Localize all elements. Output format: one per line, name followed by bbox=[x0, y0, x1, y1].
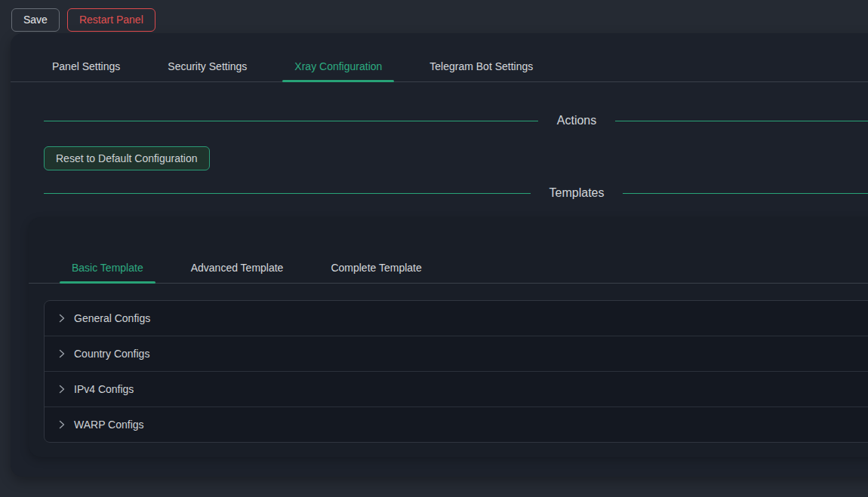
accordion-row-warp-configs[interactable]: WARP Configs bbox=[45, 407, 868, 442]
templates-tabbar: Basic Template Advanced Template Complet… bbox=[29, 217, 868, 284]
tab-security-settings[interactable]: Security Settings bbox=[155, 51, 259, 81]
chevron-right-icon bbox=[57, 420, 66, 429]
save-button[interactable]: Save bbox=[11, 8, 60, 32]
tab-xray-configuration[interactable]: Xray Configuration bbox=[282, 51, 394, 81]
chevron-right-icon bbox=[57, 314, 66, 323]
restart-panel-button[interactable]: Restart Panel bbox=[67, 8, 155, 32]
accordion-row-label: IPv4 Configs bbox=[74, 383, 134, 395]
accordion-row-label: WARP Configs bbox=[74, 419, 144, 431]
templates-divider-title: Templates bbox=[549, 185, 605, 201]
chevron-right-icon bbox=[57, 385, 66, 394]
tab-basic-template[interactable]: Basic Template bbox=[60, 253, 155, 283]
tab-telegram-bot-settings[interactable]: Telegram Bot Settings bbox=[417, 51, 545, 81]
templates-card: Basic Template Advanced Template Complet… bbox=[29, 217, 868, 457]
reset-to-default-configuration-button[interactable]: Reset to Default Configuration bbox=[44, 146, 210, 170]
accordion-row-label: Country Configs bbox=[74, 348, 149, 360]
tab-panel-settings[interactable]: Panel Settings bbox=[40, 51, 132, 81]
templates-divider: Templates bbox=[44, 185, 868, 201]
accordion-row-general-configs[interactable]: General Configs bbox=[45, 301, 868, 336]
chevron-right-icon bbox=[57, 349, 66, 358]
topbar: Save Restart Panel bbox=[0, 0, 868, 33]
settings-tabbar: Panel Settings Security Settings Xray Co… bbox=[11, 33, 868, 82]
actions-divider: Actions bbox=[44, 112, 868, 129]
xray-configuration-panel: Actions Reset to Default Configuration T… bbox=[11, 112, 868, 457]
accordion-row-country-configs[interactable]: Country Configs bbox=[45, 336, 868, 372]
actions-divider-title: Actions bbox=[557, 112, 596, 129]
accordion-row-ipv4-configs[interactable]: IPv4 Configs bbox=[45, 372, 868, 407]
accordion-row-label: General Configs bbox=[74, 312, 150, 324]
configs-accordion: General Configs Country Configs IPv4 Con… bbox=[44, 300, 868, 443]
tab-complete-template[interactable]: Complete Template bbox=[319, 253, 433, 283]
tab-advanced-template[interactable]: Advanced Template bbox=[179, 253, 296, 283]
settings-card: Panel Settings Security Settings Xray Co… bbox=[11, 33, 868, 477]
